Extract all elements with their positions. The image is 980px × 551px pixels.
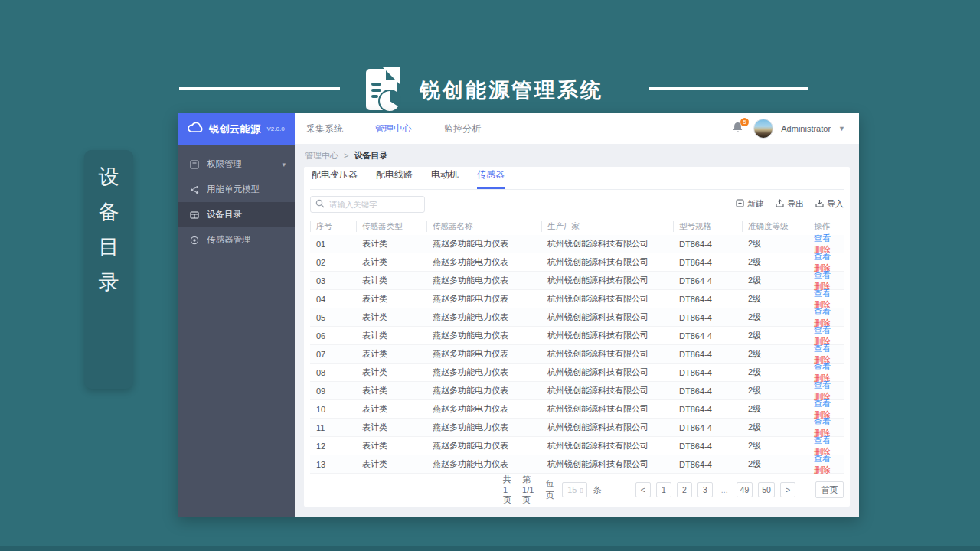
cell-no: 04 [310, 295, 356, 304]
cell-no: 13 [310, 460, 356, 469]
cell-accuracy: 2级 [742, 348, 808, 360]
cell-manufacturer: 杭州锐创能源科技有限公司 [541, 330, 673, 341]
tab-distribution-transformer[interactable]: 配电变压器 [312, 168, 358, 189]
view-link[interactable]: 查看 [814, 454, 831, 463]
cell-accuracy: 2级 [742, 293, 808, 305]
cell-no: 05 [310, 313, 356, 322]
cell-no: 01 [310, 240, 356, 249]
page-title: 锐创能源管理系统 [420, 77, 603, 104]
side-tab-char: 设 [99, 167, 119, 187]
cell-sensor-name: 燕赵多功能电力仪表 [426, 293, 541, 305]
cell-manufacturer: 杭州锐创能源科技有限公司 [541, 275, 673, 286]
cell-accuracy: 2级 [742, 256, 808, 268]
search-input[interactable] [329, 200, 420, 209]
unit-label: 条 [593, 484, 602, 496]
view-link[interactable]: 查看 [814, 289, 831, 298]
nav-item-monitoring-analysis[interactable]: 监控分析 [444, 122, 481, 135]
header-divider-left [179, 87, 340, 90]
import-button[interactable]: 导入 [815, 198, 844, 210]
prev-page-button[interactable]: < [635, 482, 651, 497]
sidebar-item-device-directory[interactable]: 设备目录 [178, 202, 295, 227]
view-link[interactable]: 查看 [814, 344, 831, 353]
current-page-text: 第1/1页 [522, 474, 540, 506]
view-link[interactable]: 查看 [814, 435, 831, 445]
user-avatar[interactable] [753, 119, 773, 139]
table-row: 13 表计类 燕赵多功能电力仪表 杭州锐创能源科技有限公司 DT864-4 2级… [310, 455, 844, 474]
side-tab-char: 录 [99, 272, 119, 293]
view-link[interactable]: 查看 [814, 325, 831, 334]
cell-accuracy: 2级 [742, 385, 808, 396]
view-link[interactable]: 查看 [814, 417, 831, 426]
pagination-pages: < 123...4950 > [635, 482, 795, 497]
per-page-stepper-icon[interactable]: ▯ [580, 487, 583, 494]
page-number-button[interactable]: 1 [656, 482, 671, 497]
sidebar-item-permissions[interactable]: 权限管理 ▾ [178, 152, 295, 177]
cell-sensor-type: 表计类 [356, 293, 426, 305]
next-page-button[interactable]: > [780, 482, 795, 497]
cell-sensor-type: 表计类 [356, 440, 426, 452]
nav-item-management-center[interactable]: 管理中心 [375, 122, 412, 135]
new-button-label: 新建 [747, 198, 764, 210]
tab-sensor[interactable]: 传感器 [477, 168, 505, 189]
sidebar-item-label: 传感器管理 [207, 234, 251, 246]
cell-sensor-type: 表计类 [356, 385, 426, 396]
navbar-right: 5 Administrator ▼ [732, 119, 845, 139]
cell-manufacturer: 杭州锐创能源科技有限公司 [541, 348, 673, 360]
cell-model-spec: DT864-4 [673, 350, 742, 359]
view-link[interactable]: 查看 [814, 270, 831, 279]
new-button[interactable]: 新建 [736, 198, 764, 210]
breadcrumb-parent[interactable]: 管理中心 [305, 151, 338, 160]
cell-sensor-name: 燕赵多功能电力仪表 [426, 348, 541, 360]
sidebar-item-sensor-management[interactable]: 传感器管理 [178, 227, 295, 253]
page-number-button[interactable]: 50 [758, 482, 775, 497]
page-number-button[interactable]: 2 [677, 482, 692, 497]
sidebar-logo: 锐创云能源 V2.0.0 [178, 113, 295, 145]
sidebar-menu: 权限管理 ▾ 用能单元模型 设备目录 传感器管理 [178, 145, 295, 253]
cell-model-spec: DT864-4 [673, 442, 742, 451]
cell-accuracy: 2级 [742, 367, 808, 378]
cell-accuracy: 2级 [742, 275, 808, 286]
tab-motor[interactable]: 电动机 [431, 168, 459, 189]
view-link[interactable]: 查看 [814, 233, 831, 243]
notification-bell-icon[interactable]: 5 [732, 121, 746, 136]
breadcrumb: 管理中心 > 设备目录 [295, 144, 859, 167]
view-link[interactable]: 查看 [814, 307, 831, 316]
share-nodes-icon [190, 184, 200, 194]
per-page-label: 每页 [546, 478, 556, 501]
per-page-input[interactable]: 15 ▯ [562, 482, 587, 497]
export-button[interactable]: 导出 [776, 198, 804, 210]
table-header-row: 序号 传感器类型 传感器名称 生产厂家 型号规格 准确度等级 操作 [310, 218, 844, 235]
first-page-button[interactable]: 首页 [815, 481, 844, 498]
view-link[interactable]: 查看 [814, 399, 831, 408]
cell-operations: 查看 删除 [808, 453, 844, 476]
cell-no: 03 [310, 276, 356, 285]
sidebar-item-energy-unit-model[interactable]: 用能单元模型 [178, 177, 295, 202]
cell-model-spec: DT864-4 [673, 331, 742, 341]
cell-model-spec: DT864-4 [673, 460, 742, 469]
view-link[interactable]: 查看 [814, 252, 831, 261]
tab-distribution-line[interactable]: 配电线路 [376, 168, 413, 189]
page-number-button[interactable]: 49 [737, 482, 753, 497]
view-link[interactable]: 查看 [814, 380, 831, 390]
cell-accuracy: 2级 [742, 458, 808, 470]
view-link[interactable]: 查看 [814, 362, 831, 371]
cell-sensor-type: 表计类 [356, 403, 426, 415]
main-area: 采集系统 管理中心 监控分析 5 Administrator ▼ 管理中心 > … [295, 113, 859, 517]
page-number-button[interactable]: 3 [697, 482, 713, 497]
cell-sensor-type: 表计类 [356, 367, 426, 378]
content-card: 配电变压器 配电线路 电动机 传感器 新建 [304, 167, 850, 507]
pagination-bar: 共1页 第1/1页 每页 15 ▯ 条 < 123...4950 > 首页 [310, 473, 844, 507]
column-header-no: 序号 [310, 221, 356, 232]
cell-sensor-type: 表计类 [356, 458, 426, 470]
cell-manufacturer: 杭州锐创能源科技有限公司 [541, 422, 673, 433]
table-row: 03 表计类 燕赵多功能电力仪表 杭州锐创能源科技有限公司 DT864-4 2级… [310, 272, 844, 290]
user-menu-chevron-icon[interactable]: ▼ [838, 125, 845, 132]
cell-manufacturer: 杭州锐创能源科技有限公司 [541, 367, 673, 378]
bottom-accent-strip [0, 546, 980, 551]
side-tab-device-directory[interactable]: 设 备 目 录 [84, 150, 133, 389]
column-header-operations: 操作 [808, 221, 844, 232]
cell-accuracy: 2级 [742, 330, 808, 341]
nav-item-collection-system[interactable]: 采集系统 [306, 122, 343, 135]
cell-sensor-type: 表计类 [356, 422, 426, 433]
page-number-buttons: 123...4950 [656, 482, 775, 497]
